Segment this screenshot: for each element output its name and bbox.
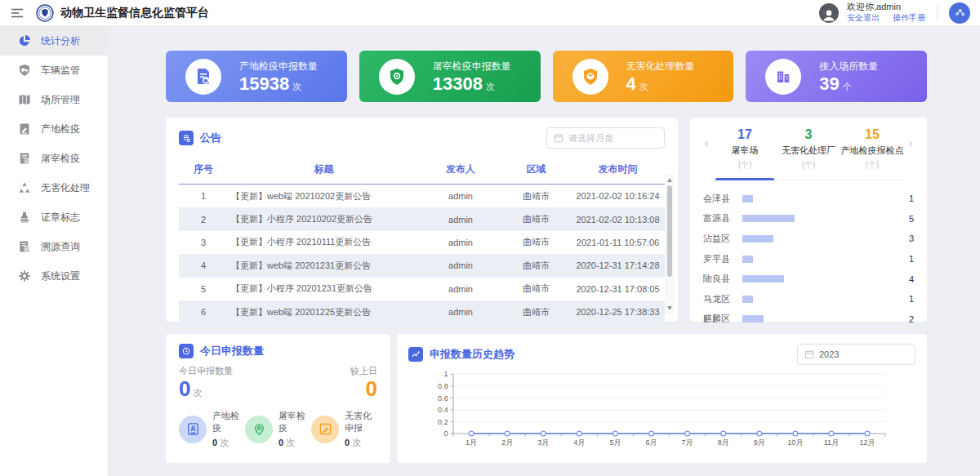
- facility-bar: [742, 256, 753, 263]
- share-button[interactable]: [949, 2, 970, 24]
- share-nodes-icon: [954, 7, 966, 19]
- sidebar-item-7[interactable]: 证章标志: [0, 202, 108, 232]
- table-header: 序号标题发布人区域发布时间: [179, 155, 665, 185]
- stat-card-1: 产地检疫申报数量 15938次: [166, 51, 347, 102]
- stat-card-label: 产地检疫申报数量: [239, 60, 318, 73]
- map-icon: [18, 93, 31, 106]
- facility-tab-label: 屠宰场: [713, 145, 777, 157]
- facility-tab-indicator-slot: [777, 177, 840, 180]
- scrollbar-up-arrow[interactable]: [667, 178, 672, 182]
- facility-tab-2[interactable]: 3 无害化处理厂 (个): [777, 127, 840, 171]
- column-header-4: 区域: [501, 162, 571, 176]
- id-doc-icon: [179, 416, 207, 443]
- stat-card-label: 接入场所数量: [819, 60, 878, 73]
- table-row[interactable]: 4【更新】web端 20201231更新公告admin曲靖市2020-12-31…: [179, 254, 665, 277]
- hamburger-menu-icon[interactable]: [10, 6, 24, 20]
- sidebar-item-5[interactable]: 屠宰检疫: [0, 144, 108, 173]
- facility-tab-unit: (个): [840, 159, 904, 171]
- year-picker-input[interactable]: 2023: [797, 344, 915, 365]
- facility-bar-row: 罗平县 1: [703, 249, 914, 269]
- facility-bar: [742, 296, 753, 303]
- avatar[interactable]: [819, 3, 839, 23]
- doc-search-icon: [18, 240, 31, 253]
- today-total-label: 今日申报数量: [179, 365, 233, 377]
- facility-bar: [742, 235, 773, 242]
- svg-text:9月: 9月: [754, 438, 765, 447]
- facility-bar-label: 麒麟区: [703, 313, 742, 325]
- facility-bar-track: [742, 215, 899, 222]
- logout-link[interactable]: 安全退出: [847, 13, 880, 24]
- sidebar-item-8[interactable]: 溯源查询: [0, 232, 108, 261]
- sidebar-item-label: 系统设置: [41, 269, 80, 283]
- sidebar-item-label: 屠宰检疫: [41, 152, 80, 166]
- shield-target-icon: [379, 59, 415, 95]
- doc-badge-icon: [18, 152, 31, 165]
- facility-bar-track: [742, 315, 899, 323]
- facility-bar-label: 会泽县: [703, 193, 742, 205]
- sidebar-item-6[interactable]: 无害化处理: [0, 173, 108, 202]
- facility-tab-value: 15: [840, 127, 904, 142]
- svg-text:1: 1: [444, 370, 448, 378]
- trend-panel: 申报数量历史趋势 2023 00.20.40.60.811月2月3月4月5月6月…: [397, 334, 927, 463]
- table-scrollbar[interactable]: [666, 175, 674, 314]
- table-row[interactable]: 2【更新】小程序 20210202更新公告admin曲靖市2021-02-02 …: [179, 207, 665, 230]
- sidebar-item-1[interactable]: 统计分析: [0, 26, 108, 56]
- clock-icon: [179, 344, 194, 358]
- svg-text:0.2: 0.2: [438, 418, 448, 426]
- carousel-next-icon[interactable]: ›: [904, 136, 917, 149]
- facility-bar-row: 麒麟区 2: [703, 309, 914, 330]
- sidebar-item-3[interactable]: 场所管理: [0, 85, 108, 114]
- facility-bar-label: 富源县: [703, 212, 742, 225]
- facility-bar-track: [742, 256, 899, 263]
- table-row[interactable]: 3【更新】小程序 20210111更新公告admin曲靖市2021-01-11 …: [179, 231, 665, 254]
- header-divider: [937, 5, 938, 21]
- today-item: 产地检疫 0 次: [179, 410, 245, 449]
- facility-bar-row: 沾益区 3: [703, 229, 914, 249]
- svg-text:2月: 2月: [501, 438, 513, 447]
- facility-tab-unit: (个): [777, 159, 840, 171]
- stat-card-4: 接入场所数量 39个: [746, 51, 927, 102]
- trend-panel-title: 申报数量历史趋势: [430, 347, 514, 362]
- facility-bar-track: [742, 195, 899, 202]
- facility-bar-value: 3: [899, 234, 914, 243]
- facility-tab-label: 产地检疫报检点: [840, 145, 904, 157]
- facility-tab-unit: (个): [713, 159, 777, 171]
- facility-bar-label: 沾益区: [703, 233, 742, 245]
- location-pin-icon: [245, 416, 273, 443]
- table-row[interactable]: 6【更新】web端 20201225更新公告admin曲靖市2020-12-25…: [179, 300, 665, 323]
- stat-card-value: 15938次: [239, 75, 318, 93]
- svg-text:0.4: 0.4: [438, 406, 448, 414]
- scrollbar-down-arrow[interactable]: [667, 306, 672, 310]
- trend-chart-svg: 00.20.40.60.811月2月3月4月5月6月7月8月9月10月11月12…: [408, 368, 915, 450]
- sidebar-item-9[interactable]: 系统设置: [0, 261, 108, 291]
- year-picker-value: 2023: [819, 349, 839, 359]
- facility-bar-track: [742, 235, 899, 242]
- carousel-prev-icon[interactable]: ‹: [700, 136, 713, 149]
- app-logo-icon: [36, 4, 54, 22]
- facility-bar-row: 马龙区 1: [703, 289, 914, 309]
- month-picker-input[interactable]: 请选择月度: [546, 127, 665, 149]
- sidebar-item-label: 产地检疫: [41, 122, 80, 136]
- gear-icon: [18, 269, 31, 282]
- manual-link[interactable]: 操作手册: [893, 13, 925, 24]
- facility-bar: [742, 275, 784, 282]
- table-row[interactable]: 1【更新】web端 20210202更新公告admin曲靖市2021-02-02…: [179, 185, 665, 207]
- sidebar-item-4[interactable]: 产地检疫: [0, 114, 108, 144]
- sidebar-item-2[interactable]: 车辆监管: [0, 56, 108, 85]
- facility-bar-label: 马龙区: [703, 293, 742, 305]
- svg-text:10月: 10月: [787, 438, 803, 447]
- svg-text:3月: 3月: [537, 438, 549, 447]
- today-declarations-panel: 今日申报数量 今日申报数量 0次 较上日 0 产地检疫 0 次: [166, 334, 390, 463]
- facility-bar-value: 2: [899, 314, 914, 324]
- svg-text:6月: 6月: [645, 438, 657, 447]
- facility-stats-panel: ‹ 17 屠宰场 (个) 3 无害化处理厂 (个) 15 产地检疫报检点 (个)…: [690, 118, 927, 322]
- announcements-title: 公告: [200, 131, 221, 145]
- facility-bar-chart: 会泽县 1 富源县 5 沾益区 3 罗平县 1 陆良县 4 马龙区: [700, 189, 917, 329]
- facility-tab-1[interactable]: 17 屠宰场 (个): [713, 127, 777, 171]
- table-row[interactable]: 5【更新】小程序 20201231更新公告admin曲靖市2020-12-31 …: [179, 278, 665, 300]
- buildings-icon: [765, 59, 801, 95]
- facility-tab-3[interactable]: 15 产地检疫报检点 (个): [840, 127, 904, 171]
- facility-bar: [742, 315, 764, 323]
- shield-box-icon: [572, 59, 608, 95]
- scrollbar-thumb[interactable]: [667, 185, 672, 277]
